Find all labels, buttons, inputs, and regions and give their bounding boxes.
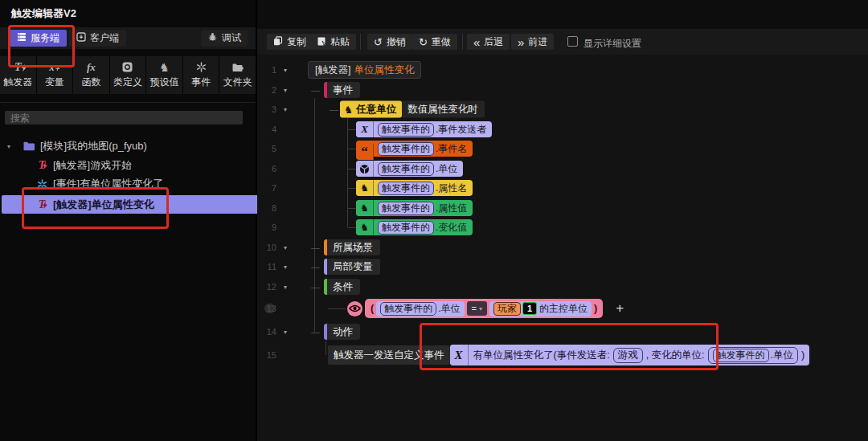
section-bar xyxy=(324,279,327,295)
line-number: 14 xyxy=(264,327,276,337)
forward-chevrons-icon: » xyxy=(518,36,524,48)
section-conditions[interactable]: 条件 xyxy=(324,279,360,295)
toolbar-preset-button[interactable]: ♞ 预设值 xyxy=(146,56,182,94)
tree-item-module[interactable]: ▾ [模块]我的地图(p_fyub) xyxy=(0,137,278,155)
toolbar-variable-button[interactable]: x₊ 变量 xyxy=(37,56,73,94)
toolbar-function-button[interactable]: fx 函数 xyxy=(73,56,109,94)
param-unit[interactable]: 触发事件的.单位 xyxy=(356,161,463,177)
tree-item-trigger-gamestart[interactable]: T [触发器]游戏开始 xyxy=(0,157,291,174)
trigger-title-node[interactable]: [触发器] 单位属性变化 xyxy=(308,61,421,79)
tree-item-trigger-selected[interactable]: T [触发器]单位属性变化 xyxy=(2,195,281,214)
event-asterisk-icon xyxy=(196,61,207,73)
app-title: 触发编辑器V2 xyxy=(11,6,76,21)
tree-dash: — xyxy=(311,327,320,337)
section-label: 事件 xyxy=(333,84,353,97)
expand-arrow-icon[interactable]: ▾ xyxy=(284,106,287,113)
param-change-value[interactable]: ♞触发事件的.变化值 xyxy=(356,219,473,235)
event-node[interactable]: ♞任意单位 数值属性变化时 xyxy=(340,101,485,118)
toolbar-classdef-button[interactable]: 类定义 xyxy=(110,56,146,94)
toolbar-folder-label: 文件夹 xyxy=(223,76,252,89)
redo-button[interactable]: ↻ 重做 xyxy=(412,34,457,50)
condition-left-operand[interactable]: 触发事件的.单位 xyxy=(376,301,464,316)
toolbar-trigger-button[interactable]: T 触发器 xyxy=(0,56,36,94)
paren-close: ) xyxy=(801,349,805,361)
condition-node[interactable]: ( 触发事件的.单位 =▾ 玩家 1 的主控单位 ) + xyxy=(347,299,624,318)
toolbar-separator xyxy=(360,34,361,50)
section-label: 条件 xyxy=(333,280,353,294)
expand-arrow-icon[interactable]: ▾ xyxy=(284,263,287,271)
action-call-head: 有单位属性变化了(事件发送者: xyxy=(473,349,610,362)
tab-server[interactable]: 服务端 xyxy=(10,30,67,47)
left-panel: 触发编辑器V2 服务端 客户端 调试 xyxy=(0,0,256,441)
condition-right-operand[interactable]: 玩家 1 的主控单位 xyxy=(489,301,592,316)
toolbar-folder-button[interactable]: 文件夹 xyxy=(219,56,256,94)
unit-sphere-icon xyxy=(356,161,374,177)
operator-dropdown[interactable]: =▾ xyxy=(467,301,487,316)
toolbar-function-label: 函数 xyxy=(81,76,100,89)
player-badge[interactable]: 玩家 xyxy=(493,302,521,316)
param-inner[interactable]: 触发事件的 xyxy=(378,221,434,235)
param-attr-value[interactable]: ♞触发事件的.属性值 xyxy=(356,200,473,216)
param-inner[interactable]: 触发事件的 xyxy=(378,162,434,176)
editor-row: 4 X触发事件的.事件发送者 xyxy=(257,120,868,138)
editor-row: 1 ▾ [触发器] 单位属性变化 xyxy=(257,61,868,79)
action-call-pill[interactable]: X 有单位属性变化了(事件发送者: 游戏 , 变化的单位: 触发事件的.单位 ) xyxy=(450,345,810,365)
arg-game[interactable]: 游戏 xyxy=(613,348,643,363)
trigger-tree: 1 ▾ [触发器] 单位属性变化 2 ▾ — 事件 xyxy=(257,55,868,441)
action-call-mid: , 变化的单位: xyxy=(646,349,705,362)
eye-icon[interactable] xyxy=(347,301,362,316)
trigger-name: 单位属性变化 xyxy=(354,63,414,77)
add-condition-button[interactable]: + xyxy=(616,300,624,316)
section-actions[interactable]: 动作 xyxy=(324,324,360,340)
editor-row: 14 ▾ — 动作 xyxy=(257,323,868,341)
trigger-prefix: [触发器] xyxy=(315,63,350,77)
editor-row: 7 ♞触发事件的.属性名 xyxy=(257,179,868,197)
param-inner[interactable]: 触发事件的 xyxy=(378,123,434,137)
toolbar-event-button[interactable]: 事件 xyxy=(183,56,219,94)
undo-icon: ↺ xyxy=(374,37,383,47)
line-number: 3 xyxy=(264,104,276,114)
arg-unit-expression[interactable]: 触发事件的.单位 xyxy=(708,347,798,364)
function-icon: fx xyxy=(87,61,96,73)
expand-arrow-icon[interactable]: ▾ xyxy=(7,143,10,150)
debug-button[interactable]: 调试 xyxy=(201,30,248,47)
show-details-checkbox[interactable] xyxy=(567,36,578,47)
editor-row: 6 触发事件的.单位 xyxy=(257,160,868,178)
param-inner[interactable]: 触发事件的 xyxy=(378,182,434,195)
preset-unit-icon: ♞ xyxy=(159,61,170,73)
paren-close: ) xyxy=(594,303,597,314)
tab-client[interactable]: 客户端 xyxy=(69,30,126,47)
expand-arrow-icon[interactable]: ▾ xyxy=(284,244,287,251)
forward-button[interactable]: » 前进 xyxy=(511,34,554,50)
param-inner[interactable]: 触发事件的 xyxy=(378,202,434,215)
tree-item-label: [模块]我的地图(p_fyub) xyxy=(40,139,147,153)
search-input[interactable] xyxy=(5,111,243,125)
debug-label: 调试 xyxy=(222,31,241,45)
expand-arrow-icon[interactable]: ▾ xyxy=(284,284,287,291)
section-events[interactable]: 事件 xyxy=(324,82,360,98)
param-attr-name[interactable]: ♞触发事件的.属性名 xyxy=(356,180,473,196)
section-local-vars[interactable]: 局部变量 xyxy=(324,259,380,275)
param-inner[interactable]: 触发事件的 xyxy=(378,142,434,156)
player-index-value[interactable]: 1 xyxy=(522,302,537,315)
action-node[interactable]: 触发器一发送自定义事件 X 有单位属性变化了(事件发送者: 游戏 , 变化的单位… xyxy=(328,345,809,365)
undo-button[interactable]: ↺ 撤销 xyxy=(367,34,412,50)
back-button[interactable]: « 后退 xyxy=(467,34,510,50)
tab-client-label: 客户端 xyxy=(90,31,119,45)
editor-panel: 复制 粘贴 ↺ 撤销 ↻ 重做 « 后退 » 前进 xyxy=(257,0,868,441)
expand-arrow-icon[interactable]: ▾ xyxy=(284,67,287,74)
copy-button[interactable]: 复制 xyxy=(267,34,313,50)
event-asterisk-icon xyxy=(35,179,48,190)
param-event-sender[interactable]: X触发事件的.事件发送者 xyxy=(356,121,492,137)
expand-arrow-icon[interactable]: ▾ xyxy=(284,329,287,336)
expand-arrow-icon[interactable]: ▾ xyxy=(284,87,287,94)
paste-button[interactable]: 粘贴 xyxy=(310,34,356,50)
param-event-name[interactable]: “触发事件的.事件名 xyxy=(356,141,473,157)
any-type-icon: X xyxy=(356,121,374,137)
paren-open: ( xyxy=(371,303,374,314)
line-number: 7 xyxy=(264,183,276,193)
trigger-editor-app: 触发编辑器V2 服务端 客户端 调试 xyxy=(0,0,868,441)
tree-item-event[interactable]: [事件]有单位属性变化了 xyxy=(0,175,291,193)
class-definition-icon xyxy=(122,61,133,73)
section-scene[interactable]: 所属场景 xyxy=(324,239,380,255)
